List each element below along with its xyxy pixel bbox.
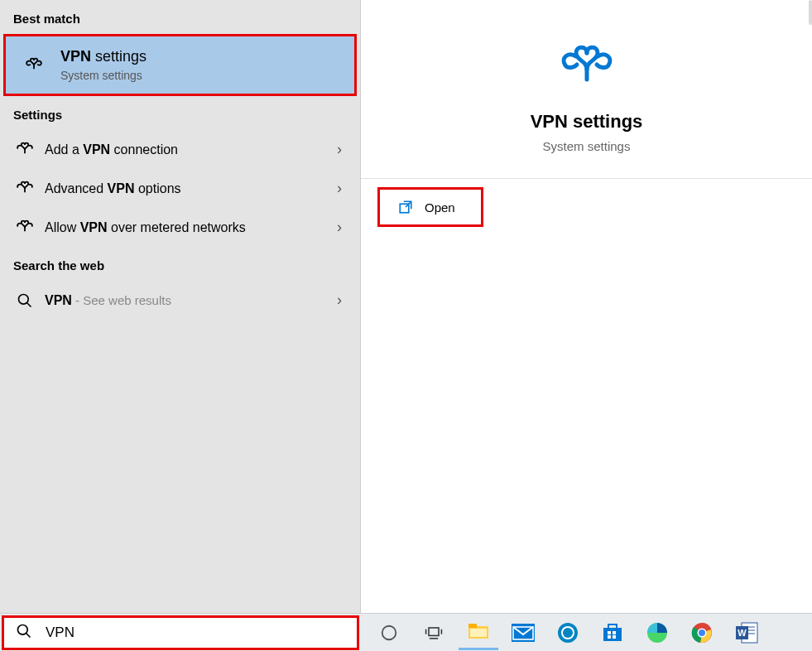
chrome-icon[interactable]: [682, 615, 722, 650]
svg-point-0: [19, 294, 29, 304]
result-detail-panel: VPN settings System settings Open: [361, 0, 812, 613]
open-label: Open: [425, 200, 455, 215]
svg-rect-19: [608, 631, 611, 634]
detail-title: VPN settings: [531, 111, 643, 133]
settings-item-label: Allow VPN over metered networks: [45, 220, 337, 235]
best-match-title: VPN settings: [60, 48, 147, 65]
search-icon: [16, 623, 32, 643]
svg-point-17: [563, 628, 573, 638]
word-icon[interactable]: W: [727, 615, 766, 650]
vpn-icon: [13, 142, 36, 158]
scrollbar[interactable]: [809, 0, 812, 25]
web-result-label: VPN - See web results: [45, 293, 337, 308]
settings-header: Settings: [0, 96, 360, 130]
detail-subtitle: System settings: [543, 139, 631, 153]
search-input[interactable]: [46, 624, 345, 641]
taskbar-search-box[interactable]: [2, 615, 359, 650]
settings-item-allow-vpn-metered[interactable]: Allow VPN over metered networks ›: [0, 208, 360, 247]
svg-rect-6: [429, 628, 439, 635]
best-match-subtitle: System settings: [60, 69, 147, 82]
store-icon[interactable]: [593, 615, 632, 650]
svg-point-3: [18, 624, 28, 634]
search-icon: [13, 292, 36, 309]
vpn-icon: [13, 181, 36, 197]
open-button[interactable]: Open: [377, 187, 483, 227]
svg-rect-12: [470, 629, 487, 637]
task-view-icon[interactable]: [414, 615, 454, 650]
edge-icon[interactable]: [637, 615, 677, 650]
settings-item-add-vpn[interactable]: Add a VPN connection ›: [0, 130, 360, 169]
dell-icon[interactable]: [548, 615, 588, 650]
svg-text:W: W: [738, 628, 747, 638]
mail-icon[interactable]: [503, 615, 543, 650]
file-explorer-icon[interactable]: [459, 615, 498, 650]
chevron-right-icon: ›: [337, 180, 342, 197]
best-match-result-vpn-settings[interactable]: VPN settings System settings: [3, 34, 357, 96]
vpn-icon: [13, 219, 36, 236]
taskbar: W: [0, 613, 812, 651]
vpn-icon: [19, 57, 49, 74]
settings-item-advanced-vpn[interactable]: Advanced VPN options ›: [0, 169, 360, 208]
svg-point-26: [699, 629, 705, 636]
search-results-panel: Best match VPN settings System settings …: [0, 0, 361, 613]
best-match-header: Best match: [0, 0, 360, 34]
chevron-right-icon: ›: [337, 219, 342, 236]
web-result-vpn[interactable]: VPN - See web results ›: [0, 281, 360, 320]
vpn-icon: [559, 43, 615, 93]
svg-rect-11: [468, 624, 477, 628]
svg-rect-22: [613, 635, 616, 639]
open-icon: [398, 200, 413, 215]
svg-rect-20: [613, 631, 616, 634]
cortana-icon[interactable]: [369, 615, 409, 650]
svg-rect-21: [608, 635, 611, 639]
svg-point-5: [382, 625, 396, 639]
chevron-right-icon: ›: [337, 292, 342, 309]
settings-item-label: Advanced VPN options: [45, 181, 337, 196]
search-web-header: Search the web: [0, 247, 360, 281]
chevron-right-icon: ›: [337, 141, 342, 158]
svg-line-1: [27, 302, 31, 306]
settings-item-label: Add a VPN connection: [45, 142, 337, 157]
svg-line-4: [26, 633, 31, 637]
